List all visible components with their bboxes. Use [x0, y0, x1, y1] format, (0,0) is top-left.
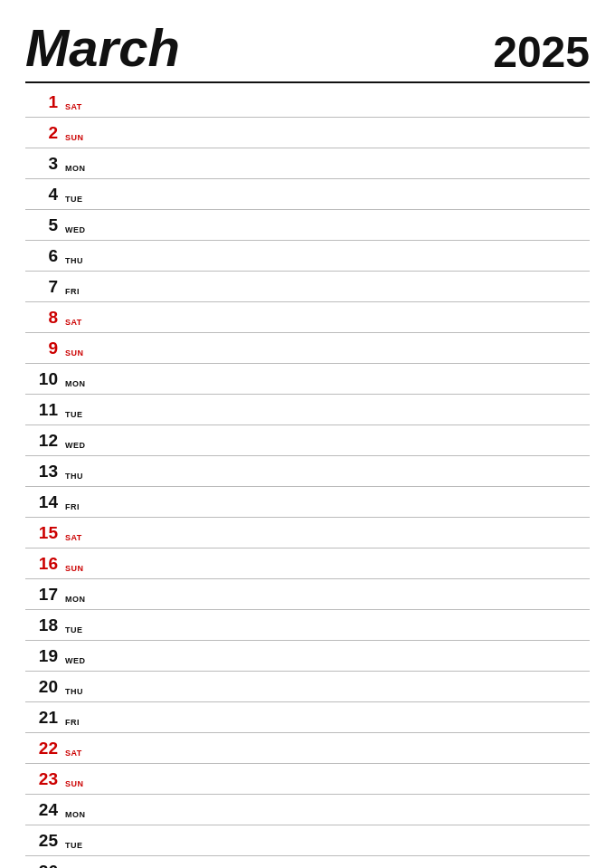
day-row: 18TUE: [25, 610, 590, 641]
day-row: 1SAT: [25, 87, 590, 118]
day-number: 17: [25, 585, 58, 605]
day-name: MON: [65, 595, 86, 605]
day-name: THU: [65, 472, 83, 482]
calendar-rows: 1SAT2SUN3MON4TUE5WED6THU7FRI8SAT9SUN10MO…: [25, 87, 590, 868]
day-row: 7FRI: [25, 272, 590, 302]
day-number: 7: [25, 277, 58, 297]
day-row: 23SUN: [25, 764, 590, 795]
day-number: 15: [25, 523, 58, 543]
day-number: 4: [25, 185, 58, 205]
day-row: 3MON: [25, 148, 590, 179]
day-number: 16: [25, 554, 58, 574]
day-row: 24MON: [25, 795, 590, 825]
day-row: 12WED: [25, 425, 590, 456]
day-name: TUE: [65, 625, 83, 635]
day-number: 18: [25, 615, 58, 635]
day-number: 9: [25, 339, 58, 358]
day-name: THU: [65, 687, 83, 697]
day-number: 2: [25, 123, 58, 143]
day-name: FRI: [65, 718, 80, 728]
day-name: SUN: [65, 133, 84, 143]
day-name: WED: [65, 225, 86, 235]
day-name: SAT: [65, 318, 82, 328]
day-number: 25: [25, 831, 58, 851]
day-name: MON: [65, 164, 86, 174]
day-row: 5WED: [25, 210, 590, 241]
day-row: 26WED: [25, 856, 590, 868]
day-name: THU: [65, 256, 83, 266]
day-number: 22: [25, 739, 58, 758]
day-row: 15SAT: [25, 518, 590, 548]
day-row: 2SUN: [25, 118, 590, 148]
day-row: 17MON: [25, 579, 590, 610]
year-title: 2025: [493, 31, 590, 74]
day-number: 12: [25, 431, 58, 451]
day-number: 20: [25, 677, 58, 697]
day-name: SAT: [65, 102, 82, 112]
day-name: SAT: [65, 749, 82, 758]
day-number: 10: [25, 369, 58, 389]
day-name: TUE: [65, 410, 83, 420]
day-row: 11TUE: [25, 395, 590, 425]
day-number: 26: [25, 862, 58, 868]
day-name: SAT: [65, 533, 82, 543]
day-name: SUN: [65, 564, 84, 574]
day-name: MON: [65, 810, 86, 820]
day-row: 16SUN: [25, 548, 590, 579]
day-number: 11: [25, 400, 58, 420]
day-name: MON: [65, 379, 86, 389]
calendar-header: March 2025: [25, 22, 590, 83]
day-row: 13THU: [25, 456, 590, 487]
day-number: 23: [25, 769, 58, 789]
day-row: 8SAT: [25, 302, 590, 333]
day-row: 19WED: [25, 641, 590, 672]
day-number: 6: [25, 246, 58, 266]
day-number: 3: [25, 154, 58, 174]
day-name: TUE: [65, 195, 83, 205]
day-number: 24: [25, 800, 58, 820]
day-number: 5: [25, 215, 58, 235]
day-row: 20THU: [25, 672, 590, 702]
day-row: 6THU: [25, 241, 590, 272]
day-row: 4TUE: [25, 179, 590, 210]
day-number: 19: [25, 646, 58, 666]
day-number: 14: [25, 492, 58, 512]
day-number: 8: [25, 308, 58, 328]
day-name: FRI: [65, 287, 80, 297]
day-row: 21FRI: [25, 702, 590, 733]
day-row: 14FRI: [25, 487, 590, 518]
day-row: 25TUE: [25, 825, 590, 856]
day-name: FRI: [65, 502, 80, 512]
day-row: 22SAT: [25, 733, 590, 764]
day-name: SUN: [65, 348, 84, 358]
day-name: TUE: [65, 841, 83, 851]
month-title: March: [25, 22, 180, 74]
day-name: WED: [65, 441, 86, 451]
day-row: 10MON: [25, 364, 590, 395]
day-name: SUN: [65, 779, 84, 789]
day-number: 1: [25, 92, 58, 112]
day-number: 13: [25, 462, 58, 482]
day-number: 21: [25, 708, 58, 728]
day-name: WED: [65, 656, 86, 666]
day-row: 9SUN: [25, 333, 590, 364]
